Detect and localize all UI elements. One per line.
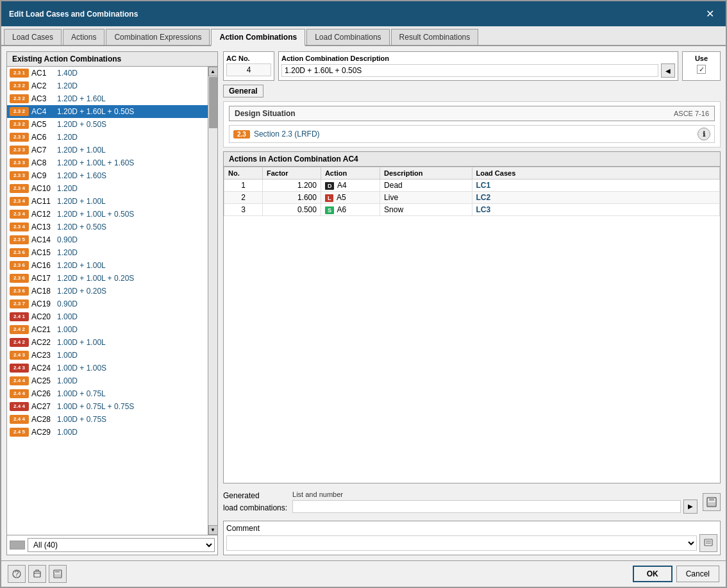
item-formula: 1.20D xyxy=(57,81,205,90)
cell-action: L A5 xyxy=(321,192,380,204)
item-name: AC2 xyxy=(31,81,57,90)
list-item[interactable]: 2.3 3 AC6 1.20D xyxy=(7,131,208,144)
help-icon: ? xyxy=(12,569,21,578)
item-name: AC29 xyxy=(31,428,57,437)
general-tab[interactable]: General xyxy=(223,85,263,97)
item-formula: 1.00D + 1.00S xyxy=(57,364,205,373)
list-item[interactable]: 2.3 2 AC3 1.20D + 1.60L xyxy=(7,92,208,105)
list-item[interactable]: 2.3 6 AC18 1.20D + 0.20S xyxy=(7,285,208,298)
item-name: AC17 xyxy=(31,274,57,283)
list-item[interactable]: 2.3 3 AC8 1.20D + 1.00L + 1.60S xyxy=(7,156,208,169)
list-item[interactable]: 2.3 3 AC7 1.20D + 1.00L xyxy=(7,144,208,156)
open-file-btn[interactable] xyxy=(28,565,46,583)
item-name: AC10 xyxy=(31,184,57,193)
cancel-button[interactable]: Cancel xyxy=(676,566,719,582)
edit-icon xyxy=(704,539,713,548)
use-checkbox[interactable]: ✓ xyxy=(697,65,706,74)
footer-icons: ? xyxy=(8,565,67,583)
item-badge: 2.4 4 xyxy=(10,376,29,385)
list-item[interactable]: 2.3 4 AC13 1.20D + 0.50S xyxy=(7,221,208,233)
list-number-box: List and number ▶ xyxy=(292,491,698,514)
scroll-down-btn[interactable]: ▼ xyxy=(208,525,218,535)
col-no: No. xyxy=(224,167,263,180)
scroll-track xyxy=(208,76,218,525)
list-item[interactable]: 2.4 4 AC25 1.00D xyxy=(7,374,208,387)
ac-no-box: AC No. 4 xyxy=(223,51,274,81)
list-item[interactable]: 2.3 6 AC16 1.20D + 1.00L xyxy=(7,259,208,272)
info-icon-btn[interactable]: ℹ xyxy=(698,128,710,140)
comment-edit-btn[interactable] xyxy=(699,534,717,552)
list-item[interactable]: 2.3 4 AC10 1.20D xyxy=(7,182,208,195)
item-formula: 1.20D + 1.60L + 0.50S xyxy=(57,107,205,116)
cell-no: 2 xyxy=(224,192,263,204)
item-badge: 2.4 3 xyxy=(10,351,29,360)
scroll-thumb[interactable] xyxy=(209,77,217,128)
filter-select[interactable]: All (40) xyxy=(28,538,215,552)
item-name: AC1 xyxy=(31,69,57,78)
list-item[interactable]: 2.3 4 AC12 1.20D + 1.00L + 0.50S xyxy=(7,208,208,221)
list-item[interactable]: 2.3 2 AC5 1.20D + 0.50S xyxy=(7,118,208,131)
title-bar: Edit Load Cases and Combinations ✕ xyxy=(1,1,726,26)
comment-label: Comment xyxy=(226,524,717,533)
item-formula: 1.00D + 0.75L + 0.75S xyxy=(57,402,205,411)
close-button[interactable]: ✕ xyxy=(702,6,718,21)
list-item[interactable]: 2.4 2 AC22 1.00D + 1.00L xyxy=(7,336,208,349)
list-item[interactable]: 2.3 5 AC14 0.90D xyxy=(7,233,208,246)
top-row: AC No. 4 Action Combination Description … xyxy=(223,51,721,81)
list-item[interactable]: 2.4 3 AC24 1.00D + 1.00S xyxy=(7,362,208,374)
help-btn[interactable]: ? xyxy=(8,565,26,583)
item-name: AC24 xyxy=(31,364,57,373)
item-name: AC9 xyxy=(31,171,57,180)
item-name: AC28 xyxy=(31,415,57,424)
list-item[interactable]: 2.3 1 AC1 1.40D xyxy=(7,67,208,80)
list-item[interactable]: 2.3 2 AC2 1.20D xyxy=(7,80,208,92)
item-formula: 0.90D xyxy=(57,299,205,308)
list-item[interactable]: 2.3 6 AC15 1.20D xyxy=(7,246,208,259)
item-badge: 2.3 1 xyxy=(10,69,29,78)
cell-load-case: LC2 xyxy=(472,192,720,204)
item-formula: 1.20D + 1.00L + 0.50S xyxy=(57,210,205,219)
item-badge: 2.4 4 xyxy=(10,389,29,398)
table-row: 3 0.500 S A6 Snow LC3 xyxy=(224,204,720,216)
item-formula: 1.00D + 0.75S xyxy=(57,415,205,424)
list-item[interactable]: 2.4 2 AC21 1.00D xyxy=(7,323,208,336)
list-item[interactable]: 2.4 4 AC28 1.00D + 0.75S xyxy=(7,413,208,426)
save-icon-btn[interactable] xyxy=(703,493,721,511)
ok-button[interactable]: OK xyxy=(633,566,673,582)
tab-result-combinations[interactable]: Result Combinations xyxy=(391,29,479,45)
item-name: AC26 xyxy=(31,389,57,398)
filter-row: All (40) xyxy=(7,535,217,555)
description-action-btn[interactable]: ◀ xyxy=(661,63,675,78)
item-name: AC5 xyxy=(31,120,57,129)
list-number-go-btn[interactable]: ▶ xyxy=(683,500,698,514)
list-item[interactable]: 2.4 1 AC20 1.00D xyxy=(7,310,208,323)
tab-load-cases[interactable]: Load Cases xyxy=(4,29,62,45)
item-formula: 0.90D xyxy=(57,235,205,244)
list-item[interactable]: 2.3 4 AC11 1.20D + 1.00L xyxy=(7,195,208,208)
cell-description: Snow xyxy=(380,204,472,216)
list-number-input[interactable] xyxy=(292,500,681,513)
item-badge: 2.4 4 xyxy=(10,402,29,411)
item-name: AC12 xyxy=(31,210,57,219)
scrollbar[interactable]: ▲ ▼ xyxy=(208,67,217,535)
design-situation-label: Design Situation xyxy=(235,109,296,118)
tab-combination-expressions[interactable]: Combination Expressions xyxy=(106,29,210,45)
list-item[interactable]: 2.4 4 AC27 1.00D + 0.75L + 0.75S xyxy=(7,400,208,413)
comment-input[interactable] xyxy=(226,535,697,551)
list-item[interactable]: 2.3 3 AC9 1.20D + 1.60S xyxy=(7,169,208,182)
list-item[interactable]: 2.3 6 AC17 1.20D + 1.00L + 0.20S xyxy=(7,272,208,285)
list-item[interactable]: 2.4 5 AC29 1.00D xyxy=(7,426,208,439)
tab-action-combinations[interactable]: Action Combinations xyxy=(211,29,305,46)
save-file-btn[interactable] xyxy=(49,565,67,583)
scroll-up-btn[interactable]: ▲ xyxy=(208,67,218,76)
use-box: Use ✓ xyxy=(682,51,721,81)
item-name: AC16 xyxy=(31,261,57,270)
list-item[interactable]: 2.4 3 AC23 1.00D xyxy=(7,349,208,362)
list-item[interactable]: 2.4 4 AC26 1.00D + 0.75L xyxy=(7,387,208,400)
description-input[interactable] xyxy=(281,64,658,77)
list-item[interactable]: 2.3 2 AC4 1.20D + 1.60L + 0.50S xyxy=(7,105,208,118)
tab-load-combinations[interactable]: Load Combinations xyxy=(306,29,389,45)
tab-actions[interactable]: Actions xyxy=(63,29,104,45)
list-item[interactable]: 2.3 7 AC19 0.90D xyxy=(7,298,208,310)
item-badge: 2.3 3 xyxy=(10,133,29,142)
